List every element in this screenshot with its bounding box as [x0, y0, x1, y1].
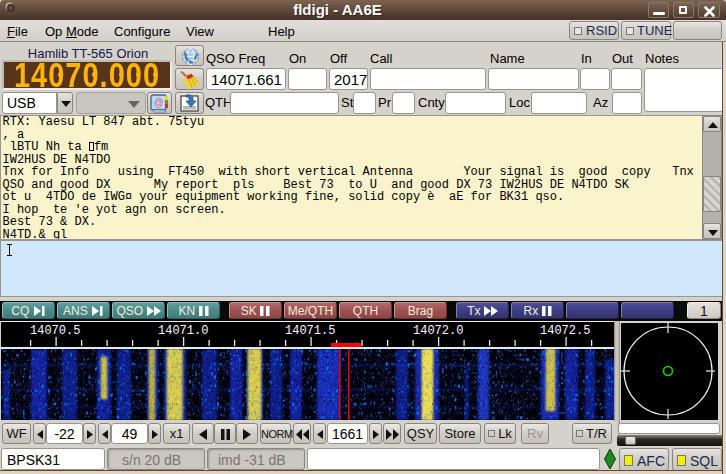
- svg-text:@: @: [153, 97, 163, 108]
